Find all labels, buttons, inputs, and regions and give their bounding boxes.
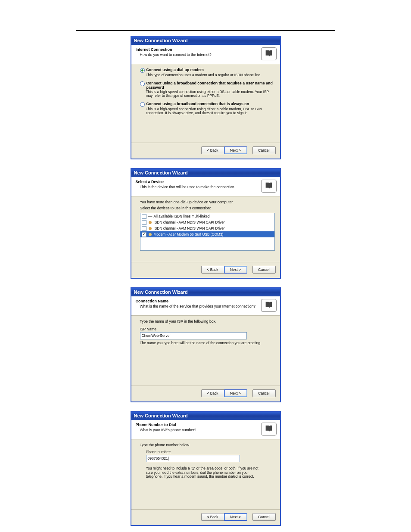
next-button[interactable]: Next >: [224, 146, 247, 154]
book-icon: [261, 47, 277, 60]
instruction-text: You have more than one dial-up device on…: [140, 200, 275, 204]
checkbox-icon[interactable]: [142, 220, 146, 225]
wizard-header: Internet Connection How do you want to c…: [131, 45, 280, 64]
back-button[interactable]: < Back: [201, 389, 224, 397]
wizard-header: Select a Device This is the device that …: [131, 177, 280, 196]
option-label: Connect using a dial-up modem: [146, 68, 204, 72]
modem-icon: [148, 220, 153, 225]
radio-icon[interactable]: [140, 81, 145, 86]
option-dialup[interactable]: Connect using a dial-up modem This type …: [140, 68, 275, 78]
svg-point-1: [149, 221, 152, 224]
option-description: This is a high-speed connection using ei…: [146, 90, 275, 98]
wizard-phone-number: New Connection Wizard Phone Number to Di…: [131, 411, 280, 526]
back-button[interactable]: < Back: [201, 266, 224, 274]
page-subtitle: How do you want to connect to the Intern…: [140, 53, 258, 57]
window-titlebar[interactable]: New Connection Wizard: [131, 37, 280, 45]
svg-point-2: [149, 227, 152, 230]
window-titlebar[interactable]: New Connection Wizard: [131, 288, 280, 296]
book-icon: [261, 180, 277, 193]
cancel-button[interactable]: Cancel: [252, 146, 276, 154]
device-listbox[interactable]: All available ISDN lines multi-linked IS…: [140, 213, 275, 251]
wizard-footer: < Back Next > Cancel: [131, 386, 280, 401]
page-title: Internet Connection: [136, 47, 258, 52]
next-button[interactable]: Next >: [224, 266, 247, 274]
wizard-connection-name: New Connection Wizard Connection Name Wh…: [131, 288, 280, 402]
wizard-footer: < Back Next > Cancel: [131, 262, 280, 278]
list-item[interactable]: All available ISDN lines multi-linked: [140, 213, 274, 219]
wizard-header: Phone Number to Dial What is your ISP's …: [131, 420, 280, 439]
radio-icon[interactable]: [140, 102, 145, 107]
phone-number-input[interactable]: 0987654321|: [146, 455, 240, 462]
back-button[interactable]: < Back: [201, 513, 224, 521]
checkbox-icon[interactable]: ✓: [142, 232, 146, 237]
option-description: This type of connection uses a modem and…: [146, 73, 275, 78]
list-item-label: ISDN channel - AVM NDIS WAN CAPI Driver: [154, 220, 225, 224]
cancel-button[interactable]: Cancel: [252, 513, 276, 521]
instruction-text: Type the phone number below.: [140, 443, 275, 447]
next-button[interactable]: Next >: [224, 389, 247, 397]
next-button[interactable]: Next >: [224, 513, 247, 521]
svg-rect-0: [148, 216, 152, 217]
option-description: This is a high-speed connection using ei…: [146, 107, 275, 115]
cancel-button[interactable]: Cancel: [252, 389, 276, 397]
radio-icon[interactable]: [140, 68, 145, 73]
hint-text: The name you type here will be the name …: [140, 341, 275, 345]
wizard-footer: < Back Next > Cancel: [131, 143, 280, 159]
wizard-internet-connection: New Connection Wizard Internet Connectio…: [131, 36, 280, 159]
book-icon: [261, 299, 277, 312]
page-subtitle: What is your ISP's phone number?: [140, 428, 258, 432]
wizard-select-device: New Connection Wizard Select a Device Th…: [131, 168, 280, 278]
list-item-label: All available ISDN lines multi-linked: [154, 214, 210, 218]
checkbox-icon[interactable]: [142, 214, 146, 219]
window-titlebar[interactable]: New Connection Wizard: [131, 412, 280, 420]
page-title: Phone Number to Dial: [136, 423, 258, 427]
hint-text: You might need to include a "1" or the a…: [146, 467, 262, 479]
list-item[interactable]: ✓ Modem - Acer Modem 56 Surf USB (COM3): [140, 231, 274, 237]
wizard-footer: < Back Next > Cancel: [131, 509, 280, 525]
option-broadband-always[interactable]: Connect using a broadband connection tha…: [140, 102, 275, 115]
book-icon: [261, 423, 277, 436]
checkbox-icon[interactable]: [142, 226, 146, 231]
page-subtitle: What is the name of the service that pro…: [140, 304, 258, 308]
svg-point-3: [149, 233, 152, 236]
document-page: New Connection Wizard Internet Connectio…: [76, 30, 335, 526]
back-button[interactable]: < Back: [201, 146, 224, 154]
isdn-icon: [148, 214, 153, 219]
list-item[interactable]: ISDN channel - AVM NDIS WAN CAPI Driver: [140, 219, 274, 225]
option-label: Connect using a broadband connection tha…: [146, 102, 249, 106]
instruction-text: Select the devices to use in this connec…: [140, 206, 275, 210]
field-label: Phone number:: [146, 450, 275, 454]
page-title: Connection Name: [136, 299, 258, 304]
instruction-text: Type the name of your ISP in the followi…: [140, 319, 275, 324]
list-item-label: Modem - Acer Modem 56 Surf USB (COM3): [154, 232, 224, 236]
option-label: Connect using a broadband connection tha…: [146, 81, 275, 90]
page-subtitle: This is the device that will be used to …: [140, 185, 258, 189]
modem-icon: [148, 232, 153, 237]
list-item-label: ISDN channel - AVM NDIS WAN CAPI Driver: [154, 226, 225, 230]
field-label: ISP Name: [140, 327, 275, 331]
modem-icon: [148, 226, 153, 231]
option-broadband-auth[interactable]: Connect using a broadband connection tha…: [140, 81, 275, 98]
isp-name-input[interactable]: ChemWeb-Server: [140, 332, 247, 339]
cancel-button[interactable]: Cancel: [252, 266, 276, 274]
list-item[interactable]: ISDN channel - AVM NDIS WAN CAPI Driver: [140, 225, 274, 231]
page-title: Select a Device: [136, 180, 258, 184]
wizard-header: Connection Name What is the name of the …: [131, 296, 280, 316]
window-titlebar[interactable]: New Connection Wizard: [131, 169, 280, 177]
